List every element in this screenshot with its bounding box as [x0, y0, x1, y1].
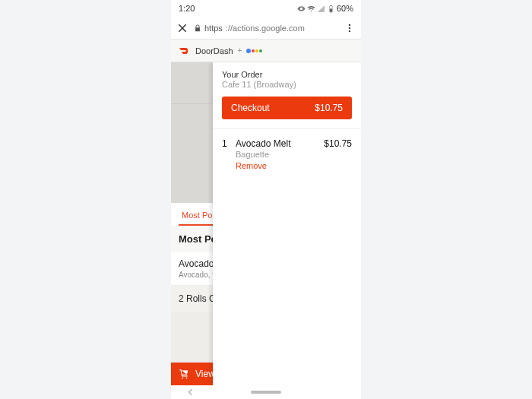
lock-icon [194, 24, 201, 32]
signal-icon [317, 5, 325, 13]
doordash-logo-icon [179, 47, 191, 55]
checkout-button[interactable]: Checkout $10.75 [222, 97, 352, 119]
cart-icon [179, 369, 189, 379]
restaurant-name: Cafe 11 (Broadway) [222, 80, 352, 89]
close-icon[interactable] [177, 23, 188, 33]
svg-point-5 [349, 30, 350, 31]
svg-point-3 [349, 24, 350, 25]
back-icon[interactable] [186, 388, 195, 397]
svg-point-4 [349, 27, 350, 28]
url-text[interactable]: https://actions.google.com [194, 24, 338, 33]
remove-button[interactable]: Remove [236, 161, 316, 170]
cart-panel: Your Order Cafe 11 (Broadway) Checkout $… [213, 62, 361, 385]
checkout-label: Checkout [231, 103, 270, 113]
google-assistant-icon [246, 49, 262, 53]
svg-point-7 [186, 377, 188, 378]
browser-url-bar: https://actions.google.com [171, 17, 361, 40]
view-label: View [195, 369, 215, 379]
wifi-icon [307, 5, 315, 13]
cart-item-qty: 1 [222, 138, 228, 170]
battery-icon [327, 5, 335, 13]
your-order-label: Your Order [222, 70, 352, 79]
cart-header: Your Order Cafe 11 (Broadway) Checkout $… [213, 62, 361, 129]
battery-percent: 60% [337, 4, 353, 13]
menu-item-title: 2 Rolls C [179, 293, 216, 304]
cart-item-option: Baguette [236, 150, 316, 159]
cart-item: 1 Avocado Melt Baguette Remove $10.75 [213, 129, 361, 179]
eye-icon [297, 5, 306, 13]
cart-item-name: Avocado Melt [236, 138, 316, 149]
svg-point-6 [182, 377, 183, 378]
more-icon[interactable] [344, 23, 355, 33]
brand-name: DoorDash [195, 46, 233, 55]
svg-rect-1 [330, 8, 332, 11]
brand-bar: DoorDash + [171, 40, 361, 62]
status-right: 60% [297, 4, 353, 13]
home-pill[interactable] [251, 391, 281, 394]
plus-label: + [238, 46, 242, 55]
content-area: Most Popu Most Po Avocado Avocado, tomat… [171, 62, 361, 385]
checkout-total: $10.75 [315, 103, 343, 113]
status-bar: 1:20 60% [171, 0, 361, 17]
android-nav-bar [171, 385, 361, 399]
cart-item-price: $10.75 [324, 138, 352, 170]
svg-rect-2 [331, 5, 332, 5]
phone-frame: 1:20 60% https://actions.google.com Door… [171, 0, 361, 399]
status-time: 1:20 [179, 4, 195, 13]
